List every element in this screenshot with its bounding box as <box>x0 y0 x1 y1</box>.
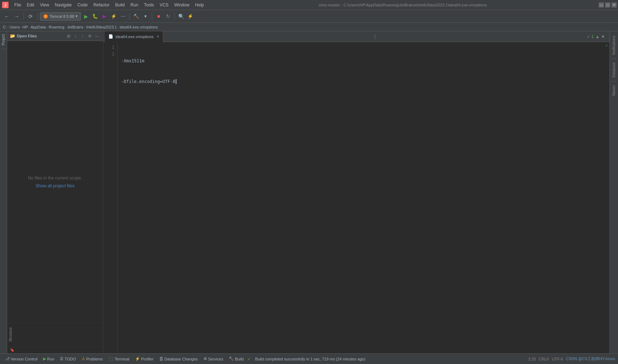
notifications-panel[interactable]: Notifications <box>611 33 617 58</box>
menu-edit[interactable]: Edit <box>24 2 37 8</box>
coverage-button[interactable]: ▶ <box>100 12 109 21</box>
terminal-icon: ⬛ <box>108 357 113 361</box>
menu-help[interactable]: Help <box>192 2 207 8</box>
editor-container: 📄 idea64.exe.vmoptions ✕ ⋮ ✓ 1 ▲ ▼ 1 2 - <box>103 31 609 353</box>
app-icon: J <box>1 1 9 9</box>
maven-panel[interactable]: Maven <box>611 82 617 99</box>
menu-build[interactable]: Build <box>112 2 128 8</box>
navigate-up-button[interactable]: ▲ <box>595 34 599 39</box>
tomcat-label: Tomcat 8.5.88 <box>50 14 74 19</box>
tabs-bar: 📄 idea64.exe.vmoptions ✕ ⋮ ✓ 1 ▲ ▼ <box>103 31 609 42</box>
check-icon: ✓ <box>587 34 590 39</box>
toolbar-sep-3 <box>129 13 130 20</box>
toolbar-sep-2 <box>37 13 38 20</box>
panel-settings-button[interactable]: ⚙ <box>87 33 93 39</box>
main-area: Project 📂 Open Files ⊞ ↕ ↕ ⚙ — No files … <box>0 31 618 353</box>
cursor-position[interactable]: 2:25 <box>528 357 536 361</box>
editor-content[interactable]: -Xmx1511m -Dfile.encoding=UTF-8 <box>118 42 604 353</box>
sync-button[interactable]: ⟳ <box>26 12 35 21</box>
right-icons: Notifications Database Maven <box>609 31 618 353</box>
toolbar-sep-4 <box>152 13 152 20</box>
line-num-1: 1 <box>103 44 114 51</box>
menu-code[interactable]: Code <box>74 2 91 8</box>
status-terminal[interactable]: ⬛ Terminal <box>106 356 132 362</box>
menu-file[interactable]: File <box>11 2 24 8</box>
tab-vmoptions[interactable]: 📄 idea64.exe.vmoptions ✕ <box>105 31 163 42</box>
status-todo[interactable]: ☰ TODO <box>58 356 78 362</box>
breadcrumb-jetbrains[interactable]: JetBrains <box>67 25 83 29</box>
status-db-changes[interactable]: 🗄 Database Changes <box>157 356 200 362</box>
run-label: Run <box>47 357 54 361</box>
tabs-more-button[interactable]: ⋮ <box>370 34 380 40</box>
close-button[interactable]: ✕ <box>612 2 617 7</box>
editor-area: 1 2 -Xmx1511m -Dfile.encoding=UTF-8 ✓ <box>103 42 609 353</box>
right-sep-1 <box>611 58 617 59</box>
more-run-button[interactable]: ⋯ <box>119 12 127 21</box>
tomcat-icon: T <box>43 14 48 19</box>
tomcat-dropdown[interactable]: T Tomcat 8.5.88 ▾ <box>40 12 81 21</box>
menu-tools[interactable]: Tools <box>141 2 157 8</box>
build-dropdown[interactable]: ▾ <box>141 12 150 21</box>
breadcrumb-appdata[interactable]: AppData <box>31 25 46 29</box>
stop-button[interactable]: ■ <box>154 12 163 21</box>
show-all-link[interactable]: Show all project files <box>36 183 74 188</box>
menu-window[interactable]: Window <box>171 2 192 8</box>
bookmarks-label[interactable]: 🔖 <box>10 348 14 352</box>
build-button[interactable]: 🔨 <box>132 12 140 21</box>
toolbar-sep-1 <box>24 13 24 20</box>
panel-close-button[interactable]: — <box>94 33 100 39</box>
todo-label: TODO <box>65 357 76 361</box>
menu-navigate[interactable]: Navigate <box>52 2 74 8</box>
menu-view[interactable]: View <box>37 2 52 8</box>
back-button[interactable]: ← <box>2 12 11 21</box>
breadcrumb-roaming[interactable]: Roaming <box>49 25 65 29</box>
line-separator[interactable]: CRLF <box>539 357 549 361</box>
services-icon: ⚙ <box>204 357 207 361</box>
status-build[interactable]: 🔨 Build <box>227 356 246 362</box>
line-num-2: 2 <box>103 51 114 58</box>
code-option-2: -Dfile.encoding=UTF-8 <box>121 79 176 84</box>
menu-run[interactable]: Run <box>128 2 141 8</box>
profiler-label: Profiler <box>141 357 154 361</box>
debug-button[interactable]: 🐛 <box>91 12 99 21</box>
status-run[interactable]: ▶ Run <box>41 356 56 362</box>
tab-label: idea64.exe.vmoptions <box>115 35 154 39</box>
database-panel[interactable]: Database <box>611 59 617 80</box>
window-title: cims-master - C:\Users\HP\AppData\Roamin… <box>207 3 599 7</box>
scope-label: Open Files <box>17 34 37 38</box>
maximize-button[interactable]: □ <box>605 2 610 7</box>
power-save-button[interactable]: ⚡ <box>186 12 195 21</box>
panel-layout-button[interactable]: ⊞ <box>65 33 72 39</box>
tab-close-icon[interactable]: ✕ <box>156 35 159 38</box>
breadcrumb-file[interactable]: idea64.exe.vmoptions <box>120 25 158 29</box>
breadcrumb-intellij[interactable]: IntelliJIdea2023.1 <box>86 25 117 29</box>
breadcrumb-users[interactable]: Users <box>10 25 20 29</box>
update-button[interactable]: ↻ <box>164 12 172 21</box>
structure-tab[interactable]: Structure <box>7 326 14 343</box>
status-message: Build completed successfully in 1 sec, 7… <box>255 357 527 361</box>
run-button[interactable]: ▶ <box>82 12 90 21</box>
search-everywhere[interactable]: 🔍 <box>177 12 185 21</box>
minimize-button[interactable]: — <box>599 2 604 7</box>
panel-collapse-button[interactable]: ↕ <box>72 33 79 39</box>
todo-icon: ☰ <box>60 357 63 361</box>
status-services[interactable]: ⚙ Services <box>201 356 225 362</box>
breadcrumb-hp[interactable]: HP <box>22 25 28 29</box>
code-option-1: -Xmx1511m <box>121 58 144 63</box>
profiler-button[interactable]: ⚡ <box>109 12 118 21</box>
status-profiler[interactable]: ⚡ Profiler <box>133 356 156 362</box>
db-icon: 🗄 <box>159 357 163 361</box>
status-right: 2:25 CRLF UTF-8 CSDN @CV工程师HYJones <box>528 356 615 362</box>
menu-refactor[interactable]: Refactor <box>91 2 112 8</box>
menu-vcs[interactable]: VCS <box>157 2 171 8</box>
status-problems[interactable]: ⚠ Problems <box>79 356 105 362</box>
menu-bar: J File Edit View Navigate Code Refactor … <box>0 0 618 10</box>
navigate-down-button[interactable]: ▼ <box>601 34 605 39</box>
breadcrumb-c[interactable]: C: <box>3 25 7 29</box>
forward-button[interactable]: → <box>12 12 21 21</box>
encoding-label[interactable]: UTF-8 <box>552 357 563 361</box>
gutter-check-icon: ✓ <box>605 43 608 47</box>
sidebar-project-label[interactable]: Project <box>1 33 6 47</box>
panel-expand-button[interactable]: ↕ <box>79 33 86 39</box>
status-version-control[interactable]: ⎇ Version Control <box>3 356 40 362</box>
